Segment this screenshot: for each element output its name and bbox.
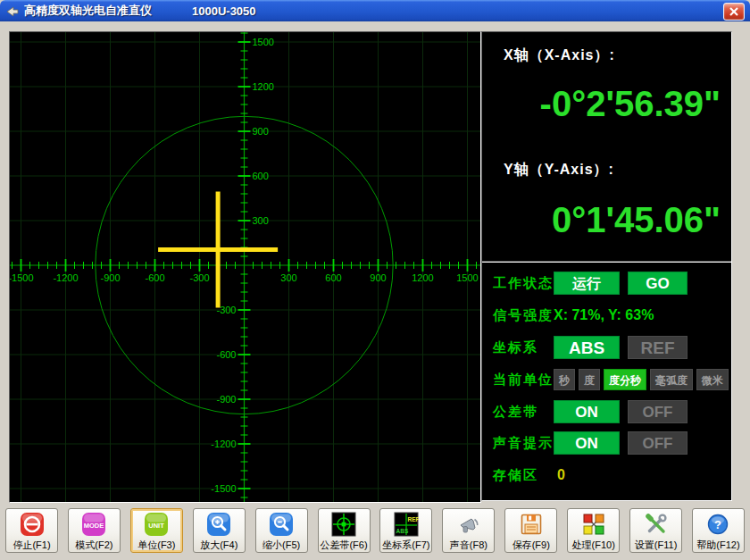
toolbar: 停止(F1)MODE模式(F2)UNIT单位(F3)放大(F4)缩小(F5)公差… xyxy=(5,508,745,555)
current-unit-label: 当前单位 xyxy=(493,368,554,391)
measurement-plot: -1500-1500-1200-1200-900-900-600-600-300… xyxy=(9,31,481,503)
unit-option-2[interactable]: 度 xyxy=(579,369,600,390)
sound-row: 声音提示 ON OFF xyxy=(482,431,731,455)
toolbar-button-coordinate-system[interactable]: REFABS坐标系(F7) xyxy=(379,508,432,553)
stop-icon xyxy=(20,512,45,537)
toolbar-button-unit[interactable]: UNIT单位(F3) xyxy=(130,508,183,553)
panel-divider xyxy=(482,261,731,263)
run-button[interactable]: 运行 xyxy=(554,272,620,295)
sound-label: 声音提示 xyxy=(493,431,554,455)
toolbar-button-zoom-in[interactable]: 放大(F4) xyxy=(193,508,246,553)
close-button[interactable] xyxy=(723,3,745,21)
sound-off-button[interactable]: OFF xyxy=(628,431,688,455)
help-icon: ? xyxy=(705,512,730,537)
toolbar-button-process[interactable]: 处理(F10) xyxy=(567,508,620,553)
settings-icon xyxy=(644,512,669,537)
coordinate-system-label: 坐标系 xyxy=(493,336,538,359)
tolerance-target-icon xyxy=(331,512,356,537)
signal-strength-value: X: 71%, Y: 63% xyxy=(554,304,654,327)
save-icon xyxy=(519,512,544,537)
process-icon xyxy=(581,512,606,537)
unit-option-5[interactable]: 微米 xyxy=(696,369,729,390)
work-status-label: 工作状态 xyxy=(493,272,554,295)
svg-text:MODE: MODE xyxy=(84,522,104,530)
toolbar-button-label: 设置(F11) xyxy=(635,539,677,552)
y-axis-value: 0°1'45.06" xyxy=(488,200,721,240)
zoom-in-icon xyxy=(206,512,231,537)
signal-strength-label: 信号强度 xyxy=(493,304,554,327)
zoom-out-icon xyxy=(269,512,294,537)
svg-text:REF: REF xyxy=(407,516,419,522)
unit-option-3[interactable]: 度分秒 xyxy=(604,369,646,390)
svg-text:900: 900 xyxy=(370,272,386,283)
toolbar-button-label: 放大(F4) xyxy=(200,539,238,552)
work-status-row: 工作状态 运行 GO xyxy=(482,272,731,295)
unit-options: 秒度度分秒毫弧度微米 xyxy=(554,369,732,390)
toolbar-button-label: 声音(F8) xyxy=(450,539,488,552)
toolbar-button-label: 保存(F9) xyxy=(512,539,550,552)
current-unit-row: 当前单位 秒度度分秒毫弧度微米 xyxy=(482,368,731,391)
svg-text:1500: 1500 xyxy=(456,272,478,283)
svg-text:?: ? xyxy=(714,518,721,531)
storage-value: 0 xyxy=(557,464,565,487)
svg-text:-1200: -1200 xyxy=(53,272,78,283)
app-icon xyxy=(5,4,20,18)
svg-text:300: 300 xyxy=(253,215,269,226)
signal-strength-row: 信号强度 X: 71%, Y: 63% xyxy=(482,304,731,327)
tolerance-off-button[interactable]: OFF xyxy=(628,400,688,423)
svg-text:-600: -600 xyxy=(145,272,164,283)
sound-icon xyxy=(456,512,481,537)
coordinate-system-icon: REFABS xyxy=(394,512,419,537)
svg-text:1200: 1200 xyxy=(253,81,274,92)
unit-option-4[interactable]: 毫弧度 xyxy=(650,369,693,390)
window-title: 高精度双轴光电自准直仪 xyxy=(24,3,152,19)
close-icon xyxy=(729,6,739,17)
toolbar-button-label: 坐标系(F7) xyxy=(382,539,429,552)
svg-text:1500: 1500 xyxy=(253,37,274,47)
graticule-svg: -1500-1500-1200-1200-900-900-600-600-300… xyxy=(10,32,480,502)
tolerance-label: 公差带 xyxy=(493,400,538,423)
toolbar-button-label: 公差带(F6) xyxy=(320,539,367,552)
toolbar-button-mode[interactable]: MODE模式(F2) xyxy=(68,508,121,553)
storage-row: 存储区 0 xyxy=(482,464,731,487)
toolbar-button-label: 处理(F10) xyxy=(572,539,615,552)
abs-button[interactable]: ABS xyxy=(554,336,620,359)
toolbar-button-stop[interactable]: 停止(F1) xyxy=(5,508,58,553)
toolbar-button-zoom-out[interactable]: 缩小(F5) xyxy=(255,508,308,553)
svg-text:1200: 1200 xyxy=(412,272,433,283)
go-button[interactable]: GO xyxy=(628,272,688,295)
x-axis-label: X轴（X-Axis）: xyxy=(504,46,615,65)
tolerance-on-button[interactable]: ON xyxy=(554,400,620,423)
svg-text:600: 600 xyxy=(253,171,269,181)
toolbar-button-label: 停止(F1) xyxy=(12,539,50,552)
toolbar-button-save[interactable]: 保存(F9) xyxy=(504,508,557,553)
ref-button[interactable]: REF xyxy=(628,336,688,359)
svg-text:300: 300 xyxy=(280,272,296,283)
coordinate-system-row: 坐标系 ABS REF xyxy=(482,336,731,359)
storage-label: 存储区 xyxy=(493,464,538,487)
x-axis-value: -0°2'56.39" xyxy=(488,84,721,124)
svg-text:-1500: -1500 xyxy=(211,483,236,494)
toolbar-button-help[interactable]: ?帮助(F12) xyxy=(692,508,745,553)
svg-text:-300: -300 xyxy=(189,272,209,283)
toolbar-button-label: 帮助(F12) xyxy=(696,539,739,552)
measurement-cursor xyxy=(158,191,278,307)
toolbar-button-label: 模式(F2) xyxy=(75,539,112,552)
svg-text:-600: -600 xyxy=(216,349,236,360)
toolbar-button-tolerance-target[interactable]: 公差带(F6) xyxy=(318,508,371,553)
sound-on-button[interactable]: ON xyxy=(554,431,620,455)
unit-option-1[interactable]: 秒 xyxy=(554,369,575,390)
unit-icon: UNIT xyxy=(144,512,169,537)
svg-text:UNIT: UNIT xyxy=(149,522,165,530)
toolbar-button-label: 单位(F3) xyxy=(138,539,175,552)
toolbar-button-sound[interactable]: 声音(F8) xyxy=(442,508,495,553)
window-model: 1000U-3050 xyxy=(192,4,256,18)
svg-text:ABS: ABS xyxy=(396,528,408,534)
svg-text:-900: -900 xyxy=(216,394,236,405)
svg-text:900: 900 xyxy=(253,126,269,137)
mode-icon: MODE xyxy=(81,512,106,537)
toolbar-button-label: 缩小(F5) xyxy=(262,539,300,552)
svg-text:-1200: -1200 xyxy=(211,439,236,449)
tolerance-row: 公差带 ON OFF xyxy=(482,400,731,423)
toolbar-button-settings[interactable]: 设置(F11) xyxy=(629,508,682,553)
